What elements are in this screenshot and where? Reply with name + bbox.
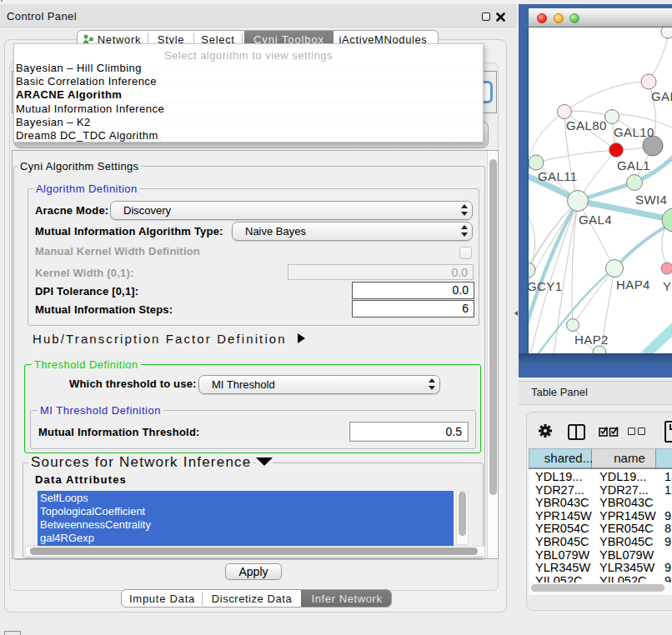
svg-text:GAL80: GAL80 xyxy=(566,118,607,132)
svg-text:SWI4: SWI4 xyxy=(635,192,667,207)
svg-text:Y: Y xyxy=(663,279,671,293)
svg-text:GAL10: GAL10 xyxy=(614,125,654,139)
svg-text:GAL8: GAL8 xyxy=(651,89,672,103)
svg-text:HAP4: HAP4 xyxy=(616,278,650,292)
svg-text:GAL11: GAL11 xyxy=(538,169,578,183)
svg-text:GCY1: GCY1 xyxy=(529,279,562,293)
svg-text:HAP2: HAP2 xyxy=(574,332,609,347)
svg-text:GAL4: GAL4 xyxy=(579,212,612,227)
svg-text:GAL1: GAL1 xyxy=(617,158,650,172)
